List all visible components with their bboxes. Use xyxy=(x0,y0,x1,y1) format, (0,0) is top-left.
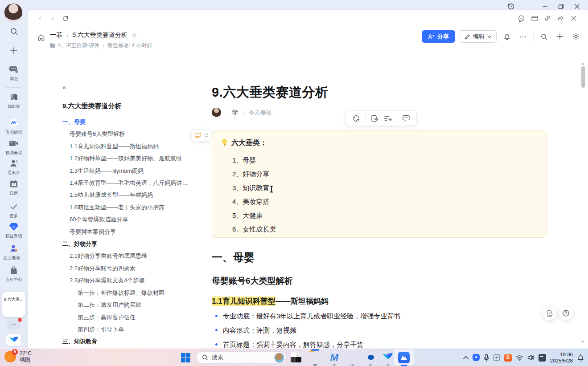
outline-doc-title[interactable]: 9.六大垂类赛道分析 xyxy=(62,102,196,110)
start-button[interactable] xyxy=(181,353,190,362)
rail-search-icon[interactable] xyxy=(9,27,18,36)
ime-icon[interactable] xyxy=(539,354,546,362)
close-button[interactable] xyxy=(572,2,582,11)
microphone-icon[interactable] xyxy=(484,354,489,362)
sidebar-item-meetings[interactable]: 视频会议 xyxy=(0,138,28,156)
comment-icon[interactable] xyxy=(399,113,413,124)
author-name[interactable]: 一菲 xyxy=(226,109,238,117)
more-actions-icon[interactable]: ⋯ xyxy=(517,31,529,42)
outline-item[interactable]: 二、好物分享 xyxy=(62,238,196,250)
open-doc-shortcut[interactable]: 9.六大垂… xyxy=(2,292,25,317)
bullet-item[interactable]: 内容形式：评测，短视频 xyxy=(212,326,533,334)
translate-flow-icon[interactable] xyxy=(381,113,395,124)
share-button[interactable]: 分享 xyxy=(422,30,455,43)
active-doc-app-button[interactable] xyxy=(398,352,410,363)
doc-title[interactable]: 9.六大垂类赛道分析 xyxy=(212,84,328,102)
sidebar-item-enterprise[interactable]: 企业推荐… xyxy=(0,243,28,261)
clock[interactable]: 19:36 2025/5/28 xyxy=(550,351,573,364)
wifi-icon[interactable] xyxy=(516,355,523,361)
callout-block[interactable]: 六大垂类： 1、母婴 2、好物分享 3、知识教育 4、美妆穿搭 5、大健康 xyxy=(212,130,547,238)
sidebar-item-messages[interactable]: 消息 xyxy=(0,64,28,82)
heading3[interactable]: 1.1育儿知识科普型——斯坦福妈妈 xyxy=(212,296,329,306)
doc-link-icon[interactable] xyxy=(368,113,381,124)
sidebar-item-appcenter[interactable]: 应用中心 xyxy=(0,265,28,283)
edit-button[interactable]: 编辑 xyxy=(460,30,497,43)
file-explorer-button[interactable] xyxy=(309,352,321,363)
edge-button[interactable] xyxy=(365,352,376,363)
banner-layout-icon[interactable] xyxy=(530,14,539,23)
outline-item[interactable]: 1.2好物种草型——辣妈美美好物、是航航呀 xyxy=(62,152,196,164)
doc-folder-label[interactable]: 4、iP正价课-课件 xyxy=(58,42,99,49)
heading2[interactable]: 母婴账号6大类型解析 xyxy=(212,275,293,287)
outline-item[interactable]: 1.4亲子教育型——毛毛虫英语，八斤妈妈讲… xyxy=(62,177,196,189)
rail-more-button[interactable]: ⋯ xyxy=(7,320,21,329)
callout-list-item[interactable]: 3、知识教育 xyxy=(232,181,538,195)
refresh-icon[interactable] xyxy=(61,14,70,23)
style-palette-icon[interactable] xyxy=(350,113,363,124)
outline-item[interactable]: 母婴账号6大类型解析 xyxy=(62,128,196,140)
sidebar-item-more[interactable]: 更多 xyxy=(0,201,28,219)
sidebar-item-calendar[interactable]: 20 日历 xyxy=(0,179,28,196)
history-icon[interactable] xyxy=(506,2,516,11)
sidebar-item-contacts[interactable]: 通讯录 xyxy=(0,158,28,176)
outline-item[interactable]: 2.1好物分享类账号的底层思维 xyxy=(62,250,196,262)
outline-item[interactable]: 1.6萌娃互动型——老丁头家的小胖苏 xyxy=(62,201,196,213)
breadcrumb-title[interactable]: 9.六大垂类赛道分析 xyxy=(72,31,127,39)
outline-item[interactable]: 1.3生活辣妈——lilymum闹妈 xyxy=(62,165,196,177)
sidebar-item-upgrade[interactable]: 权益升级 xyxy=(0,221,28,239)
rail-add-icon[interactable] xyxy=(9,46,18,55)
scrollbar-up-icon[interactable]: ▲ xyxy=(581,61,584,65)
callout-list-item[interactable]: 2、好物分享 xyxy=(232,167,538,181)
help-icon[interactable] xyxy=(559,306,573,320)
callout-list-item[interactable]: 4、美妆穿搭 xyxy=(232,195,538,208)
sogou-ime-icon[interactable]: S xyxy=(504,354,512,362)
security-shield-icon[interactable] xyxy=(473,354,480,361)
feishu-taskbar-button[interactable] xyxy=(382,352,394,363)
new-doc-icon[interactable] xyxy=(554,31,566,42)
home-icon[interactable] xyxy=(37,33,45,42)
notification-bell-icon[interactable] xyxy=(501,31,513,42)
outline-item[interactable]: 第四步：引导下单 xyxy=(62,323,196,335)
outline-item[interactable]: 60个母婴爆款选题分享 xyxy=(62,213,196,225)
callout-list-item[interactable]: 5、大健康 xyxy=(232,208,538,222)
chat-bubble-icon[interactable] xyxy=(517,14,526,23)
scrollbar-thumb[interactable] xyxy=(581,66,585,88)
collapse-outline-icon[interactable]: « xyxy=(62,83,66,91)
tray-expand-icon[interactable] xyxy=(463,356,469,359)
browser-app-button[interactable] xyxy=(347,352,358,363)
outline-item[interactable]: 1.1育儿知识科普型——斯坦福妈妈 xyxy=(62,140,196,152)
restore-button[interactable] xyxy=(556,2,566,11)
outline-item[interactable]: 第一步：创作爆款标题、爆款封面 xyxy=(62,287,196,299)
feedback-doc-icon[interactable] xyxy=(543,306,556,320)
settings-gear-icon[interactable] xyxy=(570,31,582,42)
outline-item[interactable]: 1.5幼儿健康成长型——年糕妈妈 xyxy=(62,189,196,201)
weather-widget[interactable]: 5 22°C 晴朗 xyxy=(4,350,32,363)
breadcrumb-parent[interactable]: 一菲 xyxy=(50,31,62,39)
taskbar-search[interactable]: 搜索 xyxy=(196,351,286,364)
bullet-item[interactable]: 首页标题：强调主要内容，解答疑惑，分享干货 xyxy=(212,340,533,348)
bullet-item[interactable]: 专业功底：最好有3年以上育儿或者职业经验，增强专业背书 xyxy=(212,312,533,320)
minimize-button[interactable] xyxy=(540,2,550,11)
callout-list-item[interactable]: 1、母婴 xyxy=(232,153,538,167)
close-tab-icon[interactable] xyxy=(569,14,578,23)
outline-item[interactable]: 第三步：赢得客户信任 xyxy=(62,311,196,323)
task-view-button[interactable] xyxy=(291,352,302,363)
sidebar-item-minutes[interactable]: 飞书妙记 xyxy=(0,118,28,135)
outline-item[interactable]: 一、母婴 xyxy=(62,116,196,128)
outline-item[interactable]: 2.2好物分享账号的四要素 xyxy=(62,262,196,274)
share-forward-icon[interactable] xyxy=(556,14,565,23)
feishu-app-button[interactable] xyxy=(6,333,22,346)
ime-mode-icon[interactable] xyxy=(493,354,500,361)
outline-item[interactable]: 三、知识教育 xyxy=(62,335,196,347)
sidebar-item-wiki[interactable]: 知识库 xyxy=(0,92,28,110)
callout-list-item[interactable]: 6、女性成长类 xyxy=(232,222,538,236)
user-avatar[interactable] xyxy=(4,4,22,21)
search-icon[interactable] xyxy=(538,31,550,42)
block-handle[interactable] xyxy=(191,129,211,142)
copy-link-icon[interactable] xyxy=(543,14,552,23)
outline-item[interactable]: 2.3好物分享爆款文案4个步骤 xyxy=(62,274,196,286)
scrollbar-down-icon[interactable]: ▼ xyxy=(581,340,584,344)
outline-item[interactable]: 母婴脚本案例分享 xyxy=(62,226,196,238)
notification-center-icon[interactable] xyxy=(577,354,584,362)
volume-icon[interactable] xyxy=(527,354,535,361)
